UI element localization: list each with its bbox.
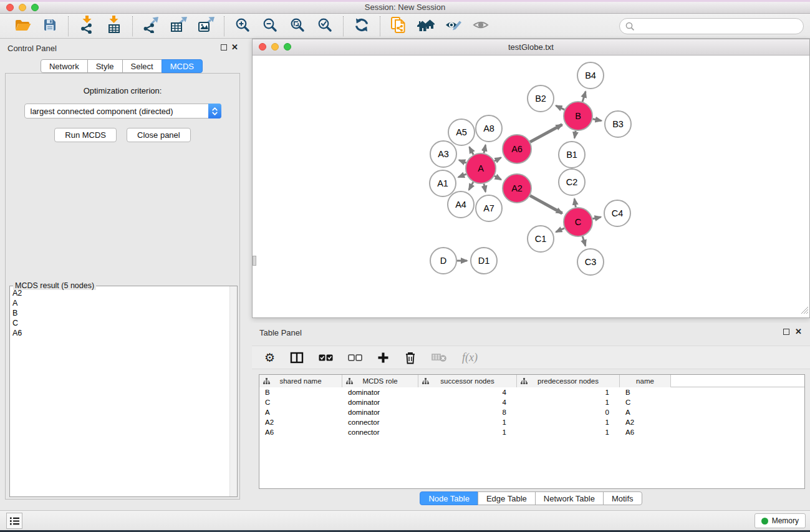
home-view-button[interactable] bbox=[412, 16, 440, 37]
table-cell[interactable]: A6 bbox=[259, 427, 342, 437]
apply-function-button[interactable]: f(x) bbox=[462, 351, 478, 364]
table-cell[interactable]: connector bbox=[342, 427, 418, 437]
toggle-panel-layout-button[interactable] bbox=[290, 352, 304, 364]
close-panel-button[interactable]: Close panel bbox=[127, 128, 191, 142]
table-cell[interactable]: 1 bbox=[517, 417, 620, 427]
float-panel-icon[interactable] bbox=[221, 44, 227, 51]
table-settings-button[interactable]: ⚙ bbox=[264, 352, 275, 364]
table-cell[interactable]: A6 bbox=[620, 427, 671, 437]
import-network-button[interactable] bbox=[73, 16, 100, 37]
graph-edge-A-A4[interactable] bbox=[469, 182, 473, 190]
table-cell[interactable]: A bbox=[259, 407, 342, 417]
graph-edge-A-A6[interactable] bbox=[494, 158, 501, 162]
mcds-result-item[interactable]: C bbox=[12, 318, 229, 328]
resize-grip-icon[interactable] bbox=[801, 306, 809, 317]
table-cell[interactable]: 1 bbox=[517, 387, 620, 397]
graph-edge-C-C4[interactable] bbox=[592, 217, 600, 219]
column-header-successor-nodes[interactable]: successor nodes bbox=[418, 375, 517, 387]
table-cell[interactable]: C bbox=[620, 397, 671, 407]
table-cell[interactable]: dominator bbox=[342, 397, 418, 407]
float-table-panel-icon[interactable] bbox=[783, 329, 789, 335]
tab-mcds[interactable]: MCDS bbox=[162, 59, 203, 73]
network-window-titlebar[interactable]: testGlobe.txt bbox=[253, 39, 809, 56]
export-network-button[interactable] bbox=[137, 16, 165, 37]
result-scrollbar[interactable] bbox=[229, 286, 237, 496]
refresh-layout-button[interactable] bbox=[348, 16, 375, 37]
graph-edge-A6-B[interactable] bbox=[530, 125, 562, 142]
tab-network[interactable]: Network bbox=[41, 59, 88, 73]
table-cell[interactable]: 8 bbox=[418, 407, 517, 417]
tab-network-table[interactable]: Network Table bbox=[535, 491, 604, 505]
search-input[interactable] bbox=[635, 19, 803, 33]
table-cell[interactable]: 4 bbox=[418, 387, 517, 397]
splitter-handle[interactable] bbox=[253, 256, 256, 266]
zoom-out-button[interactable] bbox=[256, 16, 284, 37]
table-cell[interactable]: 1 bbox=[517, 397, 620, 407]
column-header-predecessor-nodes[interactable]: predecessor nodes bbox=[517, 375, 620, 387]
graph-edge-A2-C[interactable] bbox=[530, 196, 562, 213]
column-header-shared-name[interactable]: shared name bbox=[259, 375, 342, 387]
table-cell[interactable]: B bbox=[620, 387, 671, 397]
network-canvas[interactable]: B4B2BB3A5A8A6B1A3AA1C2A2A4A7CC4C1C3DD1 bbox=[253, 56, 809, 317]
table-cell[interactable]: 1 bbox=[418, 427, 517, 437]
table-cell[interactable]: 1 bbox=[517, 427, 620, 437]
mcds-result-item[interactable]: A bbox=[12, 298, 229, 308]
graph-edge-C-C2[interactable] bbox=[574, 199, 576, 208]
graph-edge-A-A5[interactable] bbox=[470, 147, 474, 155]
tab-edge-table[interactable]: Edge Table bbox=[478, 491, 536, 505]
mcds-result-item[interactable]: A2 bbox=[12, 288, 229, 298]
graph-edge-C-C1[interactable] bbox=[556, 228, 565, 232]
graph-edge-B-B3[interactable] bbox=[593, 119, 602, 121]
search-field[interactable] bbox=[619, 18, 804, 34]
tab-style[interactable]: Style bbox=[87, 59, 123, 73]
add-row-button[interactable] bbox=[377, 352, 389, 364]
table-row[interactable]: Adominator80A bbox=[259, 407, 804, 417]
zoom-fit-button[interactable] bbox=[284, 16, 311, 37]
task-history-button[interactable] bbox=[6, 513, 22, 529]
clone-network-button[interactable] bbox=[385, 16, 412, 37]
import-table-button[interactable] bbox=[100, 16, 128, 37]
zoom-selected-button[interactable] bbox=[311, 16, 339, 37]
graph-edge-B-B1[interactable] bbox=[574, 131, 576, 138]
column-header-mcds-role[interactable]: MCDS role bbox=[342, 375, 418, 387]
table-cell[interactable]: 4 bbox=[418, 397, 517, 407]
table-cell[interactable]: B bbox=[259, 387, 342, 397]
mcds-result-item[interactable]: B bbox=[12, 308, 229, 318]
table-row[interactable]: Bdominator41B bbox=[259, 387, 804, 397]
table-cell[interactable]: connector bbox=[342, 417, 418, 427]
open-session-button[interactable] bbox=[9, 16, 36, 37]
graph-edge-A-A8[interactable] bbox=[484, 145, 486, 153]
graph-edge-A-A3[interactable] bbox=[459, 160, 466, 163]
graph-edge-B-B2[interactable] bbox=[556, 105, 565, 110]
table-cell[interactable]: A bbox=[620, 407, 671, 417]
node-table[interactable]: shared nameMCDS rolesuccessor nodesprede… bbox=[259, 374, 805, 489]
save-session-button[interactable] bbox=[36, 16, 64, 37]
show-hide-graphics-button[interactable] bbox=[467, 16, 494, 37]
deselect-all-button[interactable] bbox=[348, 354, 362, 361]
memory-button[interactable]: Memory bbox=[755, 513, 806, 528]
table-row[interactable]: Cdominator41C bbox=[259, 397, 804, 407]
graph-edge-A-A7[interactable] bbox=[484, 184, 486, 192]
close-panel-icon[interactable]: ✕ bbox=[231, 42, 238, 52]
export-image-button[interactable] bbox=[192, 16, 219, 37]
criterion-dropdown[interactable]: largest connected component (directed) bbox=[24, 104, 221, 118]
tab-select[interactable]: Select bbox=[122, 59, 162, 73]
close-table-panel-icon[interactable]: ✕ bbox=[795, 327, 802, 336]
table-cell[interactable]: dominator bbox=[342, 387, 418, 397]
run-mcds-button[interactable]: Run MCDS bbox=[54, 128, 117, 142]
column-header-name[interactable]: name bbox=[620, 375, 671, 387]
table-cell[interactable]: A2 bbox=[259, 417, 342, 427]
show-hide-annotations-button[interactable] bbox=[440, 16, 467, 37]
mcds-result-list[interactable]: A2ABCA6 bbox=[10, 286, 229, 496]
table-row[interactable]: A6connector11A6 bbox=[259, 427, 804, 437]
export-table-button[interactable] bbox=[165, 16, 192, 37]
table-cell[interactable]: dominator bbox=[342, 407, 418, 417]
select-all-button[interactable] bbox=[319, 354, 333, 361]
delete-table-button[interactable] bbox=[432, 352, 447, 362]
zoom-in-button[interactable] bbox=[229, 16, 256, 37]
graph-edge-B-B4[interactable] bbox=[582, 92, 586, 102]
table-cell[interactable]: A2 bbox=[620, 417, 671, 427]
table-cell[interactable]: C bbox=[259, 397, 342, 407]
table-cell[interactable]: 1 bbox=[418, 417, 517, 427]
tab-motifs[interactable]: Motifs bbox=[603, 491, 642, 505]
